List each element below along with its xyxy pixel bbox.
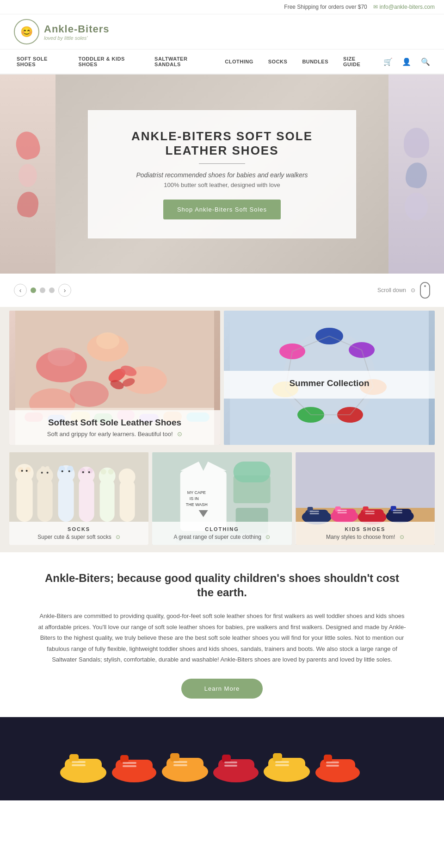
- svg-point-42: [21, 470, 23, 472]
- slider-dots: [31, 287, 55, 293]
- svg-rect-127: [224, 762, 237, 763]
- nav-item-size-guide[interactable]: SIZE GUIDE: [336, 50, 378, 74]
- socks-category: SOCKS: [14, 526, 144, 532]
- slider-dot-2[interactable]: [40, 287, 45, 293]
- account-icon[interactable]: 👤: [397, 51, 416, 73]
- nav-item-clothing[interactable]: CLOTHING: [217, 52, 260, 71]
- svg-rect-66: [120, 479, 135, 522]
- svg-point-60: [82, 471, 84, 473]
- hero-divider: [199, 163, 245, 164]
- nav-link-clothing[interactable]: CLOTHING: [217, 52, 260, 71]
- svg-text:THE WASH: THE WASH: [186, 502, 208, 507]
- slider-next-button[interactable]: ›: [58, 284, 71, 297]
- socks-description: Super cute & super soft socks ⊙: [14, 534, 144, 540]
- nav-link-bundles[interactable]: BUNDLES: [295, 52, 336, 71]
- scroll-down: Scroll down ⊙: [377, 282, 430, 299]
- hero-title: ANKLE-BITERS SOFT SOLE LEATHER SHOES: [116, 129, 328, 158]
- about-title: Ankle-Biters; because good quality child…: [37, 571, 407, 599]
- svg-rect-62: [100, 478, 115, 522]
- slider-dot-1[interactable]: [31, 287, 36, 293]
- svg-point-55: [68, 470, 70, 472]
- nav-link-toddler[interactable]: TODDLER & KIDS SHOES: [71, 50, 147, 74]
- svg-rect-128: [224, 765, 237, 767]
- svg-rect-130: [275, 764, 289, 766]
- svg-rect-123: [123, 762, 136, 764]
- learn-more-button[interactable]: Learn More: [181, 679, 263, 699]
- socks-arrow: ⊙: [116, 534, 120, 540]
- scroll-indicator: ⊙: [411, 287, 415, 293]
- svg-rect-94: [309, 511, 319, 512]
- nav-link-socks[interactable]: SOCKS: [261, 52, 295, 71]
- clothing-description: A great range of super cute clothing ⊙: [157, 534, 287, 540]
- about-section: Ankle-Biters; because good quality child…: [0, 552, 444, 717]
- nav-link-size-guide[interactable]: SIZE GUIDE: [336, 50, 378, 74]
- svg-rect-98: [365, 511, 374, 512]
- svg-rect-79: [234, 462, 271, 482]
- hero-deco-right: [388, 75, 444, 274]
- svg-rect-108: [120, 755, 129, 763]
- svg-point-40: [18, 467, 24, 473]
- svg-rect-131: [326, 762, 339, 763]
- svg-rect-100: [393, 510, 402, 511]
- kids-arrow: ⊙: [400, 534, 404, 540]
- nav-item-saltwater[interactable]: SALTWATER SANDALS: [147, 50, 217, 74]
- logo-icon[interactable]: 😊: [14, 19, 39, 44]
- svg-rect-47: [46, 466, 49, 473]
- card-overlay-summer: Summer Collection: [224, 371, 435, 399]
- svg-point-49: [47, 472, 49, 474]
- kids-category: KIDS SHOES: [300, 526, 430, 532]
- nav-item-toddler[interactable]: TODDLER & KIDS SHOES: [71, 50, 147, 74]
- small-card-kids[interactable]: KIDS SHOES Many styles to choose from! ⊙: [296, 452, 435, 545]
- product-card-soft-sole[interactable]: Softest Soft Sole Leather Shoes Soft and…: [9, 311, 220, 445]
- svg-rect-101: [393, 512, 402, 513]
- svg-point-61: [88, 471, 90, 473]
- email-link[interactable]: info@ankle-biters.com: [373, 4, 435, 10]
- nav-link-saltwater[interactable]: SALTWATER SANDALS: [147, 50, 217, 74]
- svg-point-43: [26, 470, 28, 472]
- clothing-overlay: CLOTHING A great range of super cute clo…: [152, 522, 291, 545]
- slider-arrows: ‹ ›: [14, 284, 71, 297]
- top-bar: Free Shipping for orders over $70 info@a…: [0, 0, 444, 14]
- svg-point-39: [15, 464, 34, 482]
- svg-point-41: [25, 467, 31, 473]
- svg-rect-50: [58, 476, 74, 522]
- hero-shop-button[interactable]: Shop Ankle-Biters Soft Soles: [163, 200, 281, 219]
- svg-rect-96: [337, 510, 346, 511]
- svg-point-48: [41, 472, 43, 474]
- nav-cart[interactable]: 🛒: [379, 51, 398, 73]
- nav-item-soft-sole[interactable]: SOFT SOLE SHOES: [9, 50, 71, 74]
- soft-sole-title: Softest Soft Sole Leather Shoes: [17, 418, 213, 428]
- soft-sole-arrow: ⊙: [177, 431, 182, 437]
- hero-section: ANKLE-BITERS SOFT SOLE LEATHER SHOES Pod…: [0, 75, 444, 274]
- slider-dot-3[interactable]: [49, 287, 55, 293]
- nav-item-bundles[interactable]: BUNDLES: [295, 52, 336, 71]
- summer-title: Summer Collection: [231, 378, 427, 388]
- svg-point-2: [48, 348, 75, 366]
- nav-link-soft-sole[interactable]: SOFT SOLE SHOES: [9, 50, 71, 74]
- nav-account[interactable]: 👤: [397, 51, 416, 73]
- svg-point-67: [119, 468, 136, 485]
- cart-icon[interactable]: 🛒: [379, 51, 398, 73]
- hero-subtitle: Podiatrist recommended shoes for babies …: [116, 171, 328, 179]
- product-card-summer[interactable]: Summer Collection: [224, 311, 435, 445]
- nav-item-socks[interactable]: SOCKS: [261, 52, 295, 71]
- header: 😊 Ankle-Biters loved by little soles': [0, 14, 444, 50]
- about-body: Ankle-Biters are committed to providing …: [37, 611, 407, 665]
- svg-rect-125: [173, 761, 187, 763]
- hero-deco-left: [0, 75, 56, 274]
- slider-prev-button[interactable]: ‹: [14, 284, 27, 297]
- socks-overlay: SOCKS Super cute & super soft socks ⊙: [9, 522, 148, 545]
- scroll-mouse-icon: [420, 282, 430, 299]
- brand-name: Ankle-Biters: [44, 23, 110, 35]
- nav-search[interactable]: 🔍: [416, 51, 435, 73]
- hero-content: ANKLE-BITERS SOFT SOLE LEATHER SHOES Pod…: [88, 110, 356, 238]
- scroll-text: Scroll down: [377, 287, 406, 293]
- logo-area: 😊 Ankle-Biters loved by little soles': [14, 19, 110, 44]
- small-card-socks[interactable]: SOCKS Super cute & super soft socks ⊙: [9, 452, 148, 545]
- brand-tagline: loved by little soles': [44, 35, 110, 41]
- search-icon[interactable]: 🔍: [416, 51, 435, 73]
- svg-point-53: [67, 466, 74, 472]
- small-card-clothing[interactable]: MY CAPE IS IN THE WASH CLOTHING A great …: [152, 452, 291, 545]
- svg-rect-132: [326, 765, 339, 767]
- svg-point-65: [108, 469, 114, 475]
